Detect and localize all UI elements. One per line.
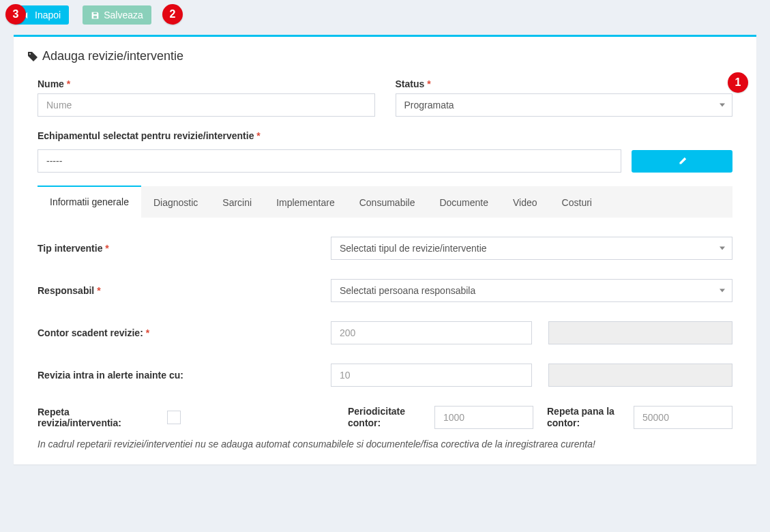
tab-consumabile[interactable]: Consumabile: [347, 186, 428, 218]
tab-info-generale[interactable]: Informatii generale: [38, 186, 141, 218]
alert-before-input[interactable]: [331, 364, 532, 387]
chevron-down-icon: [720, 247, 725, 250]
tag-icon: [27, 51, 38, 62]
repeat-label: Repeta revizia/interventia:: [38, 407, 153, 428]
revision-panel: Adauga revizie/interventie Nume * Status…: [14, 35, 756, 464]
repeat-checkbox[interactable]: [167, 411, 181, 424]
alert-before-unit: [548, 364, 733, 387]
tab-video[interactable]: Video: [501, 186, 550, 218]
annotation-badge-2: 2: [162, 4, 183, 25]
responsible-select[interactable]: Selectati persoana responsabila: [331, 279, 732, 302]
repeat-note: In cadrul repetarii reviziei/interventie…: [38, 439, 732, 449]
save-button[interactable]: Salveaza: [83, 5, 151, 25]
tab-sarcini[interactable]: Sarcini: [210, 186, 264, 218]
status-label: Status *: [396, 78, 733, 89]
equipment-label: Echipamentul selectat pentru revizie/int…: [38, 130, 732, 141]
responsible-label: Responsabil *: [38, 285, 317, 296]
save-button-label: Salveaza: [104, 10, 143, 20]
panel-title: Adauga revizie/interventie: [27, 49, 743, 63]
name-label: Nume *: [38, 78, 375, 89]
periodicity-label: Periodicitate contor:: [348, 406, 426, 429]
counter-due-input[interactable]: [331, 321, 532, 344]
tab-implementare[interactable]: Implementare: [264, 186, 347, 218]
repeat-until-label: Repeta pana la contor:: [547, 406, 625, 429]
tabs-bar: Informatii generale Diagnostic Sarcini I…: [38, 186, 732, 218]
pencil-icon: [678, 157, 687, 166]
tab-costuri[interactable]: Costuri: [550, 186, 604, 218]
equipment-input[interactable]: [38, 149, 621, 173]
counter-due-label: Contor scadent revizie: *: [38, 327, 317, 338]
annotation-badge-3: 3: [5, 4, 26, 25]
back-button-label: Inapoi: [35, 10, 61, 20]
status-select[interactable]: Programata: [396, 93, 733, 117]
chevron-down-icon: [720, 289, 725, 293]
save-icon: [91, 11, 100, 20]
tab-content-general: Tip interventie * Selectati tipul de rev…: [27, 218, 743, 449]
type-select[interactable]: Selectati tipul de revizie/interventie: [331, 237, 732, 260]
periodicity-input[interactable]: [434, 406, 533, 429]
chevron-down-icon: [720, 104, 725, 107]
repeat-until-input[interactable]: [634, 406, 732, 429]
name-input[interactable]: [38, 93, 375, 117]
edit-equipment-button[interactable]: [632, 150, 732, 173]
type-label: Tip interventie *: [38, 243, 317, 254]
annotation-badge-1: 1: [728, 72, 748, 93]
alert-before-label: Revizia intra in alerte inainte cu:: [38, 370, 317, 381]
counter-due-unit: [548, 321, 733, 344]
tab-documente[interactable]: Documente: [427, 186, 501, 218]
tab-diagnostic[interactable]: Diagnostic: [141, 186, 210, 218]
